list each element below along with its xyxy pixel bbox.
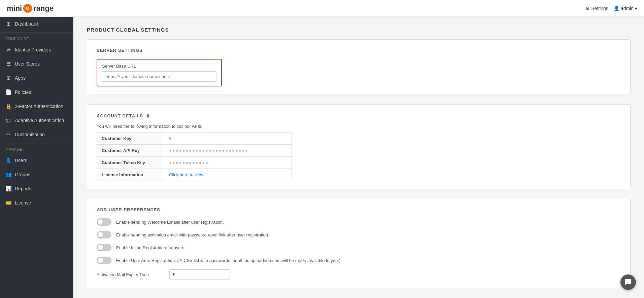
user-preferences-title: ADD USER PREFERENCES [97,207,621,212]
toggle-thumb [98,245,103,250]
chat-button[interactable] [620,274,636,290]
pref-label-activation-email: Enable sending activation email with pas… [116,232,269,237]
server-url-input[interactable] [102,71,216,82]
account-details-section: ACCOUNT DETAILS ⬇ You will need the foll… [87,104,631,189]
sidebar-item-label: 2-Factor Authentication [15,104,63,109]
account-info-text: You will need the following information … [97,124,621,129]
pref-row-auto-reg: Enable User Auto Registration. ( A CSV l… [97,257,621,264]
toggle-welcome-email[interactable] [97,218,111,226]
header: mini O range ⚙ Settings 👤 admin ▾ [0,0,644,17]
pref-label-inline-reg: Enable Inline Registration for users. [116,245,185,250]
expiry-label: Activation Mail Expiry Time [97,272,164,277]
sidebar-item-label: Dashboard [15,21,38,27]
chat-icon [624,278,632,286]
sidebar-item-label: Policies [15,89,31,95]
sidebar-item-label: Reports [15,186,31,191]
sidebar-item-label: Adaptive Authentication [15,118,64,123]
account-table: Customer Key 1 Customer API Key ●●●●●●●●… [97,132,292,181]
masked-token-key: ●●●●●●●●●●●● [169,160,209,165]
expiry-input[interactable] [169,269,230,280]
account-details-title: ACCOUNT DETAILS [97,113,143,118]
pref-row-inline-reg: Enable Inline Registration for users. [97,244,621,251]
toggle-thumb [98,258,103,263]
toggle-auto-reg[interactable] [97,257,111,264]
toggle-thumb [98,219,103,225]
server-settings-section: SERVER SETTINGS Server Base URL [87,39,631,95]
account-table-label: Customer API Key [97,145,164,157]
account-table-label: Customer Key [97,133,164,145]
sidebar-item-user-stores[interactable]: ☰ User Stores [0,57,73,71]
groups-icon: 👥 [5,172,11,178]
account-table-label: License Information [97,169,164,181]
adaptive-auth-icon: 🛡 [5,117,11,123]
identity-providers-icon: ⇌ [5,47,11,53]
user-icon: 👤 [614,6,619,11]
logo-icon: O [23,4,32,13]
toggle-activation-email[interactable] [97,231,111,238]
server-url-box: Server Base URL [97,59,222,86]
license-info-link[interactable]: Click here to view [169,172,203,177]
account-table-label: Customer Token Key [97,157,164,169]
table-row: Customer Key 1 [97,133,292,145]
server-url-label: Server Base URL [102,64,216,69]
license-icon: 💳 [5,200,11,206]
sidebar-item-label: Groups [15,172,30,177]
sidebar-item-adaptive-auth[interactable]: 🛡 Adaptive Authentication [0,113,73,127]
table-row: License Information Click here to view [97,169,292,181]
user-stores-icon: ☰ [5,61,11,67]
apps-icon: ⊞ [5,75,11,81]
sidebar-item-policies[interactable]: 📄 Policies [0,85,73,99]
configure-section-label: Configure [0,32,73,43]
account-details-title-row: ACCOUNT DETAILS ⬇ [97,113,621,119]
table-row: Customer Token Key ●●●●●●●●●●●● [97,157,292,169]
sidebar-item-2fa[interactable]: 🔒 2-Factor Authentication [0,99,73,113]
activation-expiry-row: Activation Mail Expiry Time [97,269,621,280]
sidebar-item-label: License [15,200,31,206]
logo: mini O range [7,4,54,13]
dashboard-icon: ⊞ [5,21,11,27]
sidebar-item-customization[interactable]: ✏ Customization [0,127,73,142]
sidebar-item-reports[interactable]: 📊 Reports [0,182,73,196]
masked-api-key: ●●●●●●●●●●●●●●●●●●●●●●●● [169,148,248,153]
layout: ⊞ Dashboard Configure ⇌ Identity Provide… [0,17,644,298]
chevron-down-icon: ▾ [635,6,637,11]
sidebar-item-identity-providers[interactable]: ⇌ Identity Providers [0,43,73,57]
sidebar-item-dashboard[interactable]: ⊞ Dashboard [0,17,73,31]
pref-row-welcome-email: Enable sending Welcome Emails after user… [97,218,621,226]
toggle-inline-reg[interactable] [97,244,111,251]
sidebar-item-users[interactable]: 👤 Users [0,153,73,167]
settings-label: Settings [591,6,608,11]
logo-range: range [33,4,54,13]
sidebar-item-label: User Stores [15,61,40,67]
gear-icon: ⚙ [585,6,590,11]
sidebar: ⊞ Dashboard Configure ⇌ Identity Provide… [0,17,73,298]
admin-menu[interactable]: 👤 admin ▾ [614,6,637,11]
sidebar-item-label: Customization [15,132,45,137]
sidebar-item-groups[interactable]: 👥 Groups [0,167,73,182]
policies-icon: 📄 [5,89,11,95]
pref-label-welcome-email: Enable sending Welcome Emails after user… [116,220,224,225]
settings-link[interactable]: ⚙ Settings [585,6,608,11]
user-preferences-section: ADD USER PREFERENCES Enable sending Welc… [87,199,631,288]
admin-label: admin [621,6,634,11]
account-table-value: ●●●●●●●●●●●●●●●●●●●●●●●● [164,145,292,157]
download-icon: ⬇ [146,113,150,119]
pref-label-auto-reg: Enable User Auto Registration. ( A CSV l… [116,258,340,263]
pref-row-activation-email: Enable sending activation email with pas… [97,231,621,238]
sidebar-item-label: Apps [15,75,26,81]
account-table-value: 1 [164,133,292,145]
2fa-icon: 🔒 [5,103,11,109]
sidebar-item-apps[interactable]: ⊞ Apps [0,71,73,85]
logo-mini: mini [7,4,22,13]
manage-section-label: Manage [0,143,73,153]
customization-icon: ✏ [5,132,11,138]
sidebar-item-label: Users [15,158,27,163]
header-right: ⚙ Settings 👤 admin ▾ [585,6,637,11]
toggle-thumb [98,232,103,237]
main-content: PRODUCT GLOBAL SETTINGS SERVER SETTINGS … [73,17,644,298]
reports-icon: 📊 [5,186,11,192]
account-table-value: Click here to view [164,169,292,181]
page-title: PRODUCT GLOBAL SETTINGS [87,27,631,33]
table-row: Customer API Key ●●●●●●●●●●●●●●●●●●●●●●●… [97,145,292,157]
sidebar-item-license[interactable]: 💳 License [0,196,73,210]
